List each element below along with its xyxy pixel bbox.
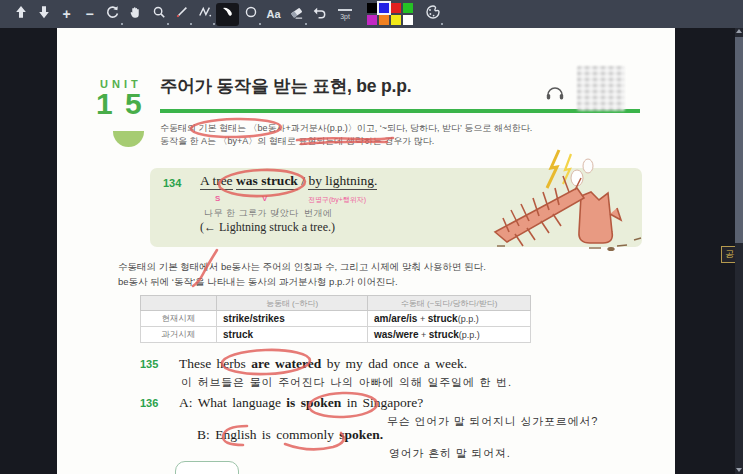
color-swatch-orange[interactable] [379,15,389,25]
color-swatches [367,3,413,25]
tree-stump [579,192,621,243]
color-swatch-white[interactable] [403,15,413,25]
zoom-in-button[interactable]: + [55,3,78,26]
smoke-puffs [571,159,593,186]
gloss-slash: / [276,207,279,217]
example-136-answer: B: English is commonly spoken. [197,427,383,443]
color-swatch-magenta[interactable] [367,15,377,25]
example-136-question: A: What language is spoken in Singapore? [179,395,423,411]
active-origin-sentence: (← Lightning struck a tree.) [200,220,335,235]
freehand-tool-button[interactable] [193,3,216,26]
ellipse-icon [244,5,258,23]
magnifier-button[interactable] [147,3,170,26]
example-135-sentence: These herbs are watered by my dad once a… [179,356,467,372]
highlighted-verb: is spoken [286,395,341,410]
color-swatch-red[interactable] [391,3,401,13]
color-swatch-yellow[interactable] [391,15,401,25]
zoom-out-button[interactable]: − [78,3,101,26]
table-row: 과거시제 struck was/were + struck(p.p.) [141,327,531,343]
unit-decoration [113,131,144,147]
vertical-scrollbar[interactable] [735,28,743,474]
undo-icon [312,5,327,24]
qr-code-blurred [577,66,625,111]
color-wheel-icon [425,4,441,24]
intro-paragraph: 수동태의 기본 형태는 〈be동사+과거분사(p.p.)〉이고, ‘~되다, 당… [160,122,630,148]
freehand-icon [198,5,212,23]
label-subject: S [215,194,220,203]
subject-phrase: A tree [200,173,233,190]
color-swatch-green[interactable] [403,3,413,13]
lightning-bolts [547,150,571,188]
table-header-blank [141,296,217,311]
plus-icon: + [62,7,70,21]
highlighted-be: is [262,427,271,442]
example-135-translation: 이 허브들은 물이 주어진다 나의 아빠에 의해 일주일에 한 번. [181,375,512,390]
page-title: 주어가 동작을 받는 표현, be p.p. [160,74,411,98]
scrollbar-down-arrow-icon[interactable] [736,468,742,472]
line-width-button[interactable]: 3pt [333,9,357,20]
annotation-toolbar: + − Aa 3pt [0,0,743,28]
page-up-button[interactable] [9,3,32,26]
textbook-page: UNIT 1 5 주어가 동작을 받는 표현, be p.p. 수동태의 기본 … [57,28,675,474]
example-134-number: 134 [163,177,181,189]
minus-icon: − [85,7,93,21]
pen-icon [175,5,189,23]
gloss-agent: 번개에 [304,207,333,220]
arrow-up-icon [14,5,28,23]
label-agent: 전명구(by+행위자) [308,195,366,205]
highlighted-verb: spoken. [339,427,383,442]
brush-icon [220,4,236,24]
scrollbar-up-arrow-icon[interactable] [736,29,742,33]
page-down-button[interactable] [32,3,55,26]
title-underline [160,109,640,113]
unit-number: 1 5 [96,89,144,119]
voice-table: 능동태 (~하다) 수동태 (~되다/당하다/받다) 현재시제 strike/s… [140,295,531,343]
verb-phrase: was struck [236,173,298,190]
label-verb: V [262,194,267,203]
rotate-icon [105,5,120,24]
table-header-passive: 수동태 (~되다/당하다/받다) [368,296,531,311]
color-swatch-blue-selected[interactable] [379,3,389,13]
text-tool-button[interactable]: Aa [262,3,285,26]
fallen-trunk [495,176,584,246]
agent-phrase: by lightning. [308,173,377,190]
eraser-button[interactable] [285,3,308,26]
undo-button[interactable] [308,3,331,26]
table-row: 현재시제 strike/strikes am/are/is + struck(p… [141,311,531,327]
eraser-icon [289,5,304,24]
example-134-sentence: A tree was struck / by lightning. [200,173,377,189]
pan-hand-button[interactable] [124,3,147,26]
hand-icon [129,5,142,23]
brush-tool-button[interactable] [216,3,239,26]
body-paragraph: 수동태의 기본 형태에서 be동사는 주어의 인칭과 수, 그리고 시제에 맞춰… [118,259,638,289]
gloss-subject: 나무 한 그루가 맞았다 [204,207,299,220]
arrow-down-icon [37,5,51,23]
example-135-number: 135 [140,358,158,370]
pen-tool-button[interactable] [170,3,193,26]
fallen-tree-illustration [489,148,654,256]
palette-button[interactable] [421,3,444,26]
ellipse-tool-button[interactable] [239,3,262,26]
scrollbar-thumb[interactable] [735,37,743,243]
color-swatch-black[interactable] [367,3,377,13]
example-136-number: 136 [140,397,158,409]
example-136-question-translation: 무슨 언어가 말 되어지니 싱가포르에서? [387,414,598,429]
next-section-box-partial [175,461,239,474]
magnifier-icon [152,5,166,23]
text-tool-icon: Aa [266,9,280,20]
table-header-active: 능동태 (~하다) [217,296,368,311]
highlighted-verb: are watered [251,356,321,371]
headphones-icon [545,85,565,105]
rotate-button[interactable] [101,3,124,26]
line-width-icon [338,9,352,11]
example-136-answer-translation: 영어가 흔히 말 되어져. [389,446,511,461]
